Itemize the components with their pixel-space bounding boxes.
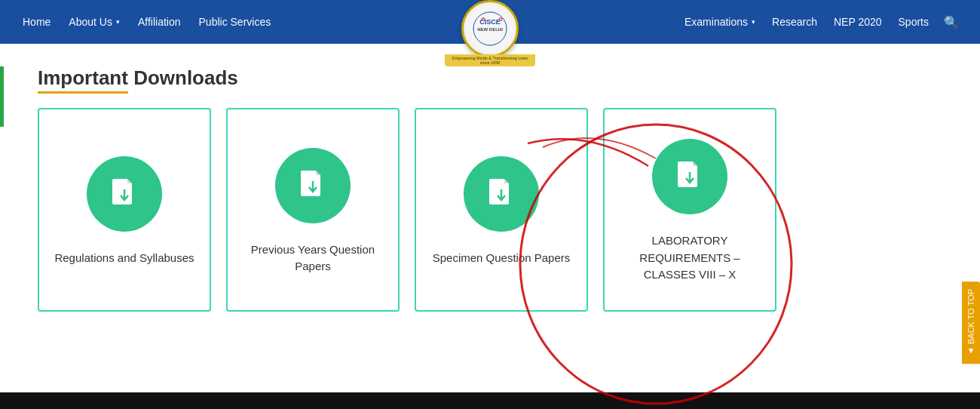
section-title-part1: Important bbox=[38, 66, 128, 94]
site-logo[interactable]: CISCE NEW DELHI ✿ ✿ Empowering Minds & T… bbox=[445, 0, 535, 66]
card-icon-circle-1 bbox=[87, 156, 162, 232]
download-card-regulations[interactable]: Regulations and Syllabuses bbox=[38, 108, 211, 312]
nav-right: Examinations ▾ Research NEP 2020 Sports … bbox=[677, 11, 965, 34]
nav-left: Home About Us ▾ Affiliation Public Servi… bbox=[15, 11, 278, 32]
section-title: Important Downloads bbox=[38, 66, 950, 90]
svg-text:✿: ✿ bbox=[481, 17, 485, 22]
bottom-bar bbox=[0, 392, 980, 409]
card-icon-circle-2 bbox=[275, 148, 351, 223]
download-card-specimen[interactable]: Specimen Question Papers bbox=[415, 108, 588, 312]
back-to-top-button[interactable]: ▲ BACK TO TOP bbox=[962, 281, 980, 364]
logo-emblem-svg: CISCE NEW DELHI ✿ ✿ bbox=[472, 11, 508, 47]
card-icon-circle-4 bbox=[652, 139, 727, 214]
download-doc-icon-1 bbox=[105, 174, 144, 214]
cards-row: Regulations and Syllabuses Previous Year… bbox=[38, 108, 950, 312]
nav-item-affiliation[interactable]: Affiliation bbox=[130, 11, 188, 32]
card-label-1: Regulations and Syllabuses bbox=[54, 250, 194, 267]
download-doc-icon-3 bbox=[482, 174, 521, 214]
navbar: Home About Us ▾ Affiliation Public Servi… bbox=[0, 0, 980, 44]
svg-text:NEW DELHI: NEW DELHI bbox=[477, 27, 503, 32]
nav-item-nep2020[interactable]: NEP 2020 bbox=[826, 11, 890, 32]
search-button[interactable]: 🔍 bbox=[938, 11, 965, 34]
nav-item-home[interactable]: Home bbox=[15, 11, 58, 32]
card-icon-circle-3 bbox=[464, 156, 539, 232]
nav-item-examinations[interactable]: Examinations ▾ bbox=[677, 11, 763, 32]
chevron-down-icon-exams: ▾ bbox=[752, 18, 755, 26]
main-content: Important Downloads Regulations and Syll… bbox=[0, 44, 980, 327]
download-card-laboratory[interactable]: LABORATORY REQUIREMENTS – CLASSES VIII –… bbox=[603, 108, 776, 312]
left-accent-bar bbox=[0, 66, 4, 127]
logo-ribbon: Empowering Minds & Transforming Lives si… bbox=[445, 54, 535, 66]
chevron-down-icon: ▾ bbox=[116, 18, 120, 26]
card-label-2: Previous Years Question Papers bbox=[240, 241, 386, 275]
nav-item-about[interactable]: About Us ▾ bbox=[61, 11, 127, 32]
svg-text:✿: ✿ bbox=[498, 17, 503, 22]
logo-badge: CISCE NEW DELHI ✿ ✿ bbox=[461, 0, 519, 57]
nav-item-public-services[interactable]: Public Services bbox=[191, 11, 279, 32]
card-label-3: Specimen Question Papers bbox=[433, 250, 571, 267]
card-label-4: LABORATORY REQUIREMENTS – CLASSES VIII –… bbox=[617, 232, 763, 284]
nav-item-sports[interactable]: Sports bbox=[891, 11, 936, 32]
back-to-top-arrow: ▲ bbox=[966, 347, 975, 356]
nav-item-research[interactable]: Research bbox=[764, 11, 825, 32]
download-card-previous-years[interactable]: Previous Years Question Papers bbox=[226, 108, 400, 312]
download-doc-icon-4 bbox=[670, 157, 709, 196]
download-doc-icon-2 bbox=[293, 166, 332, 205]
